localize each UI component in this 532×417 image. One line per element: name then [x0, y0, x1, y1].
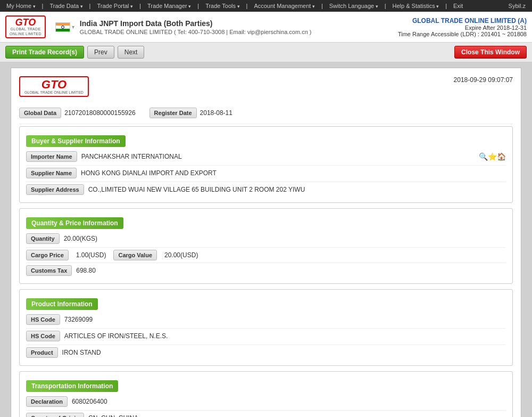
nav-my-home[interactable]: My Home [3, 3, 39, 9]
country-value: CN, CHN, CHINA [84, 413, 506, 417]
home-icon[interactable]: 🏠 [497, 152, 506, 161]
country-row: Country of Origin CN, CHN, CHINA [26, 413, 506, 417]
header-company-line: GLOBAL TRADE ONLINE LIMITED ( Tel: 400-7… [80, 29, 398, 35]
supplier-row: Supplier Name HONG KONG DIANLAI IMPORT A… [26, 168, 506, 178]
separator-sup [26, 182, 506, 182]
supplier-label: Supplier Name [26, 168, 77, 178]
separator-hs1 [26, 328, 506, 329]
header-expire: Expire After 2018-12-31 [398, 24, 527, 31]
supplier-value: HONG KONG DIANLAI IMPORT AND EXPORT [77, 168, 506, 178]
header-title: India JNPT Import Data (Both Parties) [80, 19, 398, 28]
product-label: Product [26, 347, 58, 358]
logo-subtitle: GLOBAL TRADEONLINE LIMITED [10, 27, 41, 36]
next-button-top[interactable]: Next [118, 46, 145, 59]
user-name: Sybil.z [505, 3, 529, 9]
cargo-price-value: 1.00(USD) [72, 250, 111, 260]
flag-area: ▾ [55, 22, 74, 32]
quantity-row: Quantity 20.00(KGS) [26, 233, 506, 244]
top-toolbar: Print Trade Record(s) Prev Next Close Th… [0, 43, 532, 62]
product-value: IRON STAND [58, 347, 506, 358]
customs-tax-value: 698.80 [72, 265, 506, 276]
cargo-row: Cargo Price 1.00(USD) Cargo Value 20.00(… [26, 250, 506, 260]
nav-trade-portal[interactable]: Trade Portal [94, 3, 136, 9]
header-ldr: Time Range Accessible (LDR) : 201401 ~ 2… [398, 31, 527, 37]
card-header: GTO GLOBAL TRADE ONLINE LIMITED 2018-09-… [19, 76, 513, 101]
separator-hs2 [26, 345, 506, 345]
hs-code2-value: ARTICLES OF IRON/STEEL, N.E.S. [60, 331, 506, 341]
transportation-section: Transportation Information Declaration 6… [19, 371, 513, 417]
supplier-address-label: Supplier Address [26, 184, 84, 195]
close-button-top[interactable]: Close This Window [454, 46, 527, 59]
supplier-address-value: CO.,LIMITED WUAI NEW VILLAGE 65 BUILDING… [84, 184, 506, 195]
nav-trade-data[interactable]: Trade Data [46, 3, 86, 9]
product-header: Product Information [26, 298, 98, 310]
header-right-company: GLOBAL TRADE ONLINE LIMITED (A) [398, 17, 527, 24]
nav-switch-language[interactable]: Switch Language [326, 3, 381, 9]
card-logo-text: GTO [41, 79, 66, 91]
card-timestamp: 2018-09-29 09:07:07 [454, 76, 513, 84]
separator-imp [26, 165, 506, 166]
importer-value: PANCHAKSHAR INTERNATIONAL [77, 151, 479, 162]
declaration-label: Declaration [26, 396, 68, 407]
quantity-label: Quantity [26, 233, 60, 244]
star-icon[interactable]: ⭐ [488, 152, 497, 161]
main-content: GTO GLOBAL TRADE ONLINE LIMITED 2018-09-… [0, 62, 532, 417]
product-section: Product Information HS Code 73269099 HS … [19, 289, 513, 366]
cargo-value-label: Cargo Value [113, 250, 157, 260]
register-date-label: Register Date [149, 108, 197, 118]
global-data-row: Global Data 21072018080000155926 Registe… [19, 108, 513, 118]
hs-code2-row: HS Code ARTICLES OF IRON/STEEL, N.E.S. [26, 331, 506, 341]
nav-account-management[interactable]: Account Management [251, 3, 318, 9]
card-logo-sub: GLOBAL TRADE ONLINE LIMITED [24, 91, 84, 94]
logo: GTO GLOBAL TRADEONLINE LIMITED [5, 15, 46, 38]
customs-tax-row: Customs Tax 698.80 [26, 265, 506, 276]
register-date-value: 2018-08-11 [200, 109, 232, 117]
cargo-price-label: Cargo Price [26, 250, 69, 260]
flag-india [55, 22, 70, 32]
country-label: Country of Origin [26, 413, 84, 417]
separator-qty [26, 247, 506, 248]
header-bar: GTO GLOBAL TRADEONLINE LIMITED ▾ India J… [0, 12, 532, 43]
quantity-price-header: Quantity & Price Information [26, 217, 123, 229]
prev-button-top[interactable]: Prev [87, 46, 114, 59]
nav-trade-manager[interactable]: Trade Manager [144, 3, 194, 9]
trade-record-card: GTO GLOBAL TRADE ONLINE LIMITED 2018-09-… [11, 68, 521, 417]
nav-help-statistics[interactable]: Help & Statistics [389, 3, 443, 9]
top-navigation: My Home | Trade Data | Trade Portal | Tr… [0, 0, 532, 12]
declaration-row: Declaration 6080206400 [26, 396, 506, 407]
buyer-supplier-section: Buyer & Supplier Information Importer Na… [19, 126, 513, 203]
global-data-value: 21072018080000155926 [64, 109, 135, 117]
hs-code-label: HS Code [26, 314, 60, 325]
nav-trade-tools[interactable]: Trade Tools [202, 3, 243, 9]
separator-1 [19, 124, 513, 124]
header-right: GLOBAL TRADE ONLINE LIMITED (A) Expire A… [398, 17, 527, 37]
hs-code-row: HS Code 73269099 [26, 314, 506, 325]
product-row: Product IRON STAND [26, 347, 506, 358]
separator-cargo [26, 263, 506, 263]
global-data-label: Global Data [19, 108, 61, 118]
print-button-top[interactable]: Print Trade Record(s) [5, 46, 84, 59]
search-icon[interactable]: 🔍 [479, 152, 488, 161]
separator-decl [26, 410, 506, 411]
customs-tax-label: Customs Tax [26, 265, 72, 276]
quantity-value: 20.00(KGS) [60, 233, 506, 244]
importer-row: Importer Name PANCHAKSHAR INTERNATIONAL … [26, 151, 506, 162]
logo-area: GTO GLOBAL TRADEONLINE LIMITED ▾ [5, 15, 74, 38]
transportation-header: Transportation Information [26, 380, 118, 392]
header-center: India JNPT Import Data (Both Parties) GL… [74, 19, 398, 35]
buyer-supplier-header: Buyer & Supplier Information [26, 135, 126, 147]
card-logo: GTO GLOBAL TRADE ONLINE LIMITED [19, 76, 89, 97]
quantity-price-section: Quantity & Price Information Quantity 20… [19, 208, 513, 284]
hs-code-value: 73269099 [60, 314, 506, 325]
nav-exit[interactable]: Exit [450, 3, 466, 9]
importer-label: Importer Name [26, 151, 77, 162]
supplier-address-row: Supplier Address CO.,LIMITED WUAI NEW VI… [26, 184, 506, 195]
declaration-value: 6080206400 [68, 396, 506, 407]
logo-text: GTO [15, 18, 36, 27]
hs-code2-label: HS Code [26, 331, 60, 341]
cargo-value-value: 20.00(USD) [160, 250, 202, 260]
